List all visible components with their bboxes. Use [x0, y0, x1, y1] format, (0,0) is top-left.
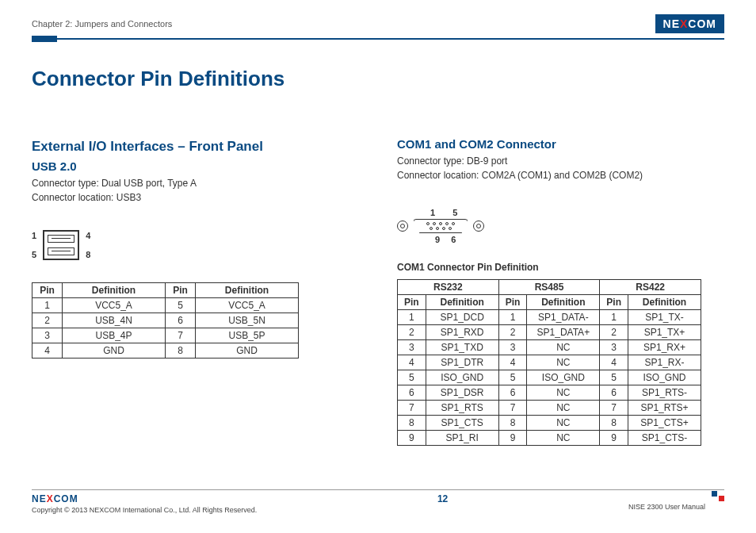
table-row: 8SP1_CTS8NC8SP1_CTS+: [398, 416, 701, 431]
table-cell: NC: [527, 431, 600, 446]
table-cell: 8: [166, 343, 196, 359]
usb-pin-label: 1: [32, 231, 36, 240]
table-cell: 6: [600, 385, 628, 401]
table-row: 4SP1_DTR4NC4SP1_RX-: [398, 355, 701, 370]
table-cell: 3: [32, 328, 63, 343]
usb-diagram: 1 5 4 8: [32, 230, 359, 260]
table-row: 2SP1_RXD2SP1_DATA+2SP1_TX+: [398, 325, 701, 340]
table-cell: 7: [498, 401, 527, 416]
com-pin-table: RS232 RS485 RS422 Pin Definition Pin Def…: [397, 279, 701, 446]
table-cell: 5: [166, 298, 196, 313]
usb-connector-location: Connector location: USB3: [32, 190, 359, 205]
table-cell: USB_5N: [196, 313, 299, 328]
table-cell: 3: [600, 340, 628, 355]
db9-pin-label: 9: [435, 235, 451, 244]
table-cell: 9: [600, 431, 628, 446]
table-cell: SP1_DATA-: [527, 310, 600, 325]
table-cell: 2: [32, 313, 63, 328]
th-group-rs232: RS232: [398, 280, 499, 295]
table-row: 1SP1_DCD1SP1_DATA-1SP1_TX-: [398, 310, 701, 325]
table-cell: SP1_CTS+: [628, 416, 701, 431]
table-cell: SP1_DATA+: [527, 325, 600, 340]
table-cell: 8: [498, 416, 527, 431]
table-cell: 9: [498, 431, 527, 446]
table-cell: SP1_RI: [426, 431, 498, 446]
table-cell: 5: [398, 370, 426, 385]
table-cell: SP1_TX-: [628, 310, 701, 325]
th-pin: Pin: [166, 283, 196, 298]
table-cell: USB_4N: [63, 313, 166, 328]
table-cell: SP1_RX-: [628, 355, 701, 370]
table-cell: SP1_DTR: [426, 355, 498, 370]
th-definition: Definition: [196, 283, 299, 298]
table-row: 1VCC5_A5VCC5_A: [32, 298, 299, 313]
table-cell: 7: [600, 401, 628, 416]
table-cell: SP1_RTS-: [628, 385, 701, 401]
table-cell: GND: [63, 343, 166, 359]
table-row: 3USB_4P7USB_5P: [32, 328, 299, 343]
footer-manual-name: NISE 2300 User Manual: [628, 503, 705, 511]
table-cell: ISO_GND: [426, 370, 498, 385]
footer-copyright: Copyright © 2013 NEXCOM International Co…: [32, 506, 257, 514]
th-pin: Pin: [32, 283, 63, 298]
table-cell: 5: [600, 370, 628, 385]
table-row: 3SP1_TXD3NC3SP1_RX+: [398, 340, 701, 355]
table-cell: SP1_RXD: [426, 325, 498, 340]
table-cell: 2: [498, 325, 527, 340]
table-cell: 4: [32, 343, 63, 359]
subheading-usb: USB 2.0: [32, 159, 359, 173]
table-cell: 8: [600, 416, 628, 431]
brand-logo: NEXCOM: [655, 14, 724, 33]
table-cell: NC: [527, 355, 600, 370]
table-cell: 4: [600, 355, 628, 370]
table-cell: 6: [166, 313, 196, 328]
table-cell: 1: [498, 310, 527, 325]
table-cell: NC: [527, 340, 600, 355]
table-row: 9SP1_RI9NC9SP1_CTS-: [398, 431, 701, 446]
page-footer: NEXCOM Copyright © 2013 NEXCOM Internati…: [32, 489, 724, 514]
table-cell: NC: [527, 401, 600, 416]
table-cell: SP1_TX+: [628, 325, 701, 340]
table-cell: 2: [600, 325, 628, 340]
table-row: 6SP1_DSR6NC6SP1_RTS-: [398, 385, 701, 401]
table-cell: 6: [498, 385, 527, 401]
table-cell: 9: [398, 431, 426, 446]
usb-pin-label: 4: [86, 231, 90, 240]
chapter-title: Chapter 2: Jumpers and Connectors: [32, 19, 172, 29]
table-cell: 3: [498, 340, 527, 355]
table-row: 7SP1_RTS7NC7SP1_RTS+: [398, 401, 701, 416]
usb-port-icon: [48, 235, 74, 243]
table-cell: NC: [527, 416, 600, 431]
page-title: Connector Pin Definitions: [32, 67, 724, 91]
th-definition: Definition: [426, 295, 498, 310]
screw-icon: [397, 220, 408, 232]
table-cell: 8: [398, 416, 426, 431]
table-cell: 4: [498, 355, 527, 370]
table-row: 5ISO_GND5ISO_GND5ISO_GND: [398, 370, 701, 385]
usb-port-icon: [48, 247, 74, 255]
com-connector-location: Connector location: COM2A (COM1) and COM…: [397, 168, 724, 182]
screw-icon: [473, 220, 484, 232]
table-cell: 1: [398, 310, 426, 325]
table-cell: VCC5_A: [63, 298, 166, 313]
th-definition: Definition: [628, 295, 701, 310]
db9-pin-label: 6: [451, 235, 467, 244]
th-group-rs485: RS485: [498, 280, 600, 295]
footer-decoration-icon: [712, 491, 724, 497]
table-cell: SP1_DCD: [426, 310, 498, 325]
usb-pin-table: Pin Definition Pin Definition 1VCC5_A5VC…: [32, 282, 299, 359]
table-cell: 7: [398, 401, 426, 416]
th-pin: Pin: [600, 295, 628, 310]
table-cell: SP1_CTS-: [628, 431, 701, 446]
table-cell: SP1_RTS+: [628, 401, 701, 416]
table-cell: 3: [398, 340, 426, 355]
table-cell: 4: [398, 355, 426, 370]
table-cell: USB_4P: [63, 328, 166, 343]
table-cell: SP1_TXD: [426, 340, 498, 355]
db9-connector-icon: [413, 219, 468, 233]
header-divider: [32, 38, 724, 40]
section-heading-external-io: External I/O Interfaces – Front Panel: [32, 139, 359, 155]
table-cell: VCC5_A: [196, 298, 299, 313]
th-group-rs422: RS422: [600, 280, 701, 295]
page-number: 12: [437, 493, 448, 504]
